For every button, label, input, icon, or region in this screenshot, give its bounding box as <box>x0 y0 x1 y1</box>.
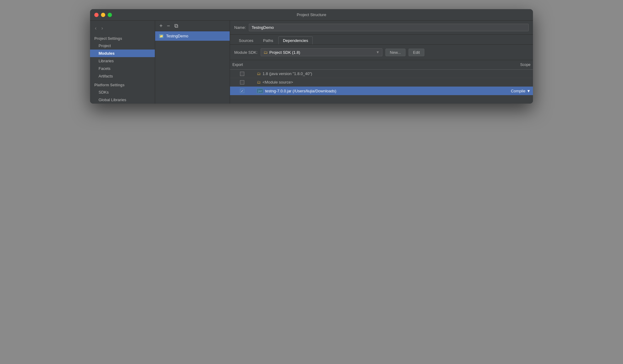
col-name-header <box>254 64 490 66</box>
dep-export-testng <box>230 87 254 95</box>
name-label: Name: <box>234 25 246 30</box>
sdk-chevron-icon: ▼ <box>376 50 380 54</box>
tab-paths-label: Paths <box>263 38 273 43</box>
dep-scope-module-source <box>490 81 533 84</box>
content-panel: Name: Sources Paths Dependencies Module … <box>230 21 533 104</box>
dep-row-module-source[interactable]: 🗂 <Module source> <box>230 78 533 87</box>
close-button[interactable] <box>94 13 99 17</box>
sidebar-item-modules[interactable]: Modules <box>90 50 155 57</box>
dep-jar-icon-testng: jar <box>257 88 263 93</box>
module-folder-icon: 📁 <box>159 34 164 38</box>
tab-sources[interactable]: Sources <box>234 36 258 44</box>
sidebar-item-project-label: Project <box>99 43 111 48</box>
dep-export-jdk <box>230 70 254 78</box>
dep-folder-icon-module-source: 🗂 <box>257 80 261 84</box>
sdk-row: Module SDK: 🗂 Project SDK (1.8) ▼ New...… <box>230 45 533 60</box>
project-settings-label: Project Settings <box>90 33 155 42</box>
dep-folder-icon-jdk: 🗂 <box>257 71 261 76</box>
minimize-button[interactable] <box>101 13 105 17</box>
sidebar-item-sdks-label: SDKs <box>99 90 109 94</box>
dep-name-jdk-label: 1.8 (java version "1.8.0_40") <box>263 71 312 76</box>
sidebar-item-facets-label: Facets <box>99 66 110 71</box>
sidebar-item-global-libraries-label: Global Libraries <box>99 98 126 102</box>
dep-name-testng-label: testng-7.0.0.jar (/Users/liujia/Download… <box>265 89 336 93</box>
dep-export-module-source <box>230 78 254 86</box>
tab-sources-label: Sources <box>239 38 253 43</box>
module-toolbar: + − ⧉ <box>155 21 230 31</box>
sidebar-item-libraries[interactable]: Libraries <box>90 57 155 65</box>
sdk-value: Project SDK (1.8) <box>270 50 300 55</box>
sidebar-item-global-libraries[interactable]: Global Libraries <box>90 96 155 104</box>
dep-name-jdk: 🗂 1.8 (java version "1.8.0_40") <box>254 70 490 78</box>
dep-checkbox-jdk[interactable] <box>240 72 244 76</box>
deps-header: Export Scope <box>230 60 533 70</box>
dep-name-testng: jar testng-7.0.0.jar (/Users/liujia/Down… <box>254 87 490 95</box>
tab-dependencies[interactable]: Dependencies <box>278 36 313 44</box>
remove-module-button[interactable]: − <box>166 22 172 29</box>
forward-arrow[interactable]: › <box>100 25 104 32</box>
sidebar-item-facets[interactable]: Facets <box>90 65 155 72</box>
nav-row: ‹ › <box>90 23 155 33</box>
dependencies-area: Export Scope 🗂 1.8 (java version "1.8.0_… <box>230 60 533 95</box>
dep-scope-jdk <box>490 72 533 76</box>
dep-checkbox-testng[interactable] <box>240 89 244 93</box>
tabs-row: Sources Paths Dependencies <box>230 35 533 45</box>
sidebar-item-project[interactable]: Project <box>90 42 155 50</box>
sidebar-item-artifacts[interactable]: Artifacts <box>90 72 155 80</box>
sdk-folder-icon: 🗂 <box>263 50 268 55</box>
sdk-select[interactable]: 🗂 Project SDK (1.8) ▼ <box>261 48 382 56</box>
dep-row-testng[interactable]: jar testng-7.0.0.jar (/Users/liujia/Down… <box>230 87 533 95</box>
platform-settings-label: Platform Settings <box>90 80 155 88</box>
module-item-label: TestngDemo <box>166 34 188 38</box>
main-layout: ‹ › Project Settings Project Modules Lib… <box>90 21 533 104</box>
sidebar-item-artifacts-label: Artifacts <box>99 74 113 78</box>
module-item-testngdemo[interactable]: 📁 TestngDemo <box>155 31 230 41</box>
sdk-label: Module SDK: <box>234 50 258 55</box>
dep-scope-chevron-icon: ▼ <box>527 89 531 93</box>
back-arrow[interactable]: ‹ <box>94 25 98 32</box>
sidebar-item-libraries-label: Libraries <box>99 59 114 63</box>
edit-button[interactable]: Edit <box>409 49 424 56</box>
copy-module-button[interactable]: ⧉ <box>173 22 179 29</box>
name-row: Name: <box>230 21 533 35</box>
window-title: Project Structure <box>297 12 326 17</box>
sidebar-item-sdks[interactable]: SDKs <box>90 88 155 96</box>
dep-row-jdk[interactable]: 🗂 1.8 (java version "1.8.0_40") <box>230 70 533 78</box>
project-structure-window: Project Structure ‹ › Project Settings P… <box>90 9 533 104</box>
dep-scope-testng[interactable]: Compile ▼ <box>490 87 533 95</box>
dep-name-module-source-label: <Module source> <box>263 80 293 84</box>
module-list-panel: + − ⧉ 📁 TestngDemo <box>155 21 230 104</box>
tab-paths[interactable]: Paths <box>259 36 278 44</box>
titlebar: Project Structure <box>90 9 533 21</box>
maximize-button[interactable] <box>108 13 112 17</box>
sdk-select-inner: 🗂 Project SDK (1.8) <box>263 50 300 55</box>
col-export-header: Export <box>230 61 254 68</box>
sidebar-item-modules-label: Modules <box>99 51 115 56</box>
window-controls <box>94 13 112 17</box>
dep-scope-testng-label: Compile <box>511 89 525 93</box>
dep-name-module-source: 🗂 <Module source> <box>254 78 490 86</box>
sidebar: ‹ › Project Settings Project Modules Lib… <box>90 21 155 104</box>
new-button[interactable]: New... <box>385 49 405 56</box>
name-input[interactable] <box>249 24 529 31</box>
add-module-button[interactable]: + <box>158 22 164 29</box>
tab-dependencies-label: Dependencies <box>283 38 308 43</box>
dep-checkbox-module-source[interactable] <box>240 80 244 84</box>
col-scope-header: Scope <box>490 61 533 68</box>
